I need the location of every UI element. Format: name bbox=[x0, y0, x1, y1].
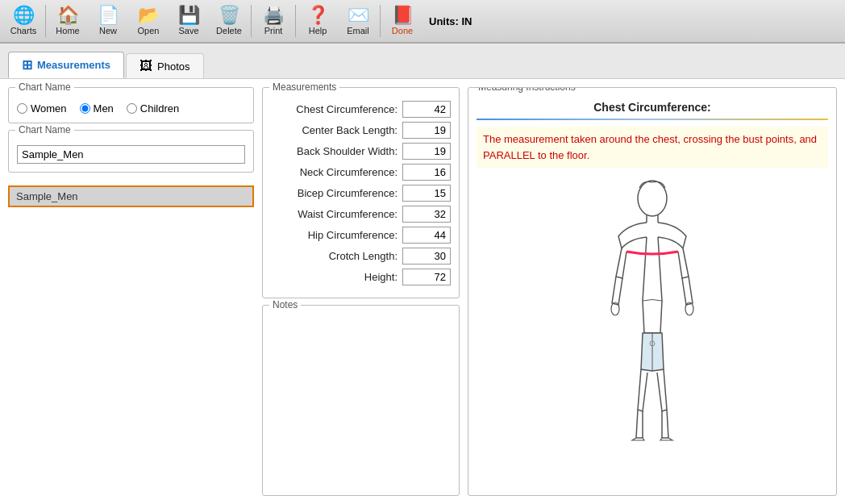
save-button[interactable]: 💾 Save bbox=[169, 3, 209, 39]
meas-input-chest[interactable] bbox=[402, 101, 451, 118]
chart-type-radio-group: Women Men Children bbox=[17, 102, 245, 115]
new-label: New bbox=[99, 26, 117, 35]
photos-tab-icon: 🖼 bbox=[139, 59, 152, 73]
meas-row-height: Height: bbox=[271, 269, 451, 285]
meas-label-crotch: Crotch Length: bbox=[271, 250, 402, 262]
new-button[interactable]: 📄 New bbox=[88, 3, 128, 39]
meas-label-bicep: Bicep Circumference: bbox=[271, 187, 402, 199]
instruction-text-red: The measurement taken around the chest, … bbox=[483, 133, 817, 161]
meas-row-hip: Hip Circumference: bbox=[271, 227, 451, 244]
separator-2 bbox=[251, 5, 252, 37]
notes-box: Notes bbox=[262, 305, 460, 496]
instruction-divider bbox=[477, 119, 828, 120]
radio-children[interactable]: Children bbox=[127, 102, 179, 115]
home-icon: 🏠 bbox=[57, 6, 79, 24]
delete-label: Delete bbox=[216, 26, 242, 35]
measurements-legend: Measurements bbox=[269, 81, 339, 93]
measuring-legend: Measuring Instructions bbox=[475, 87, 579, 93]
delete-icon: 🗑️ bbox=[219, 6, 240, 24]
measurements-tab-label: Measurements bbox=[37, 59, 110, 71]
tabs-bar: ⊞ Measurements 🖼 Photos bbox=[0, 44, 845, 79]
help-label: Help bbox=[309, 26, 327, 35]
home-button[interactable]: 🏠 Home bbox=[48, 3, 88, 39]
radio-men[interactable]: Men bbox=[80, 102, 114, 115]
meas-input-back_shoulder[interactable] bbox=[402, 143, 451, 160]
radio-women-label: Women bbox=[31, 102, 67, 115]
radio-children-label: Children bbox=[140, 102, 179, 115]
instruction-text: The measurement taken around the chest, … bbox=[477, 127, 828, 168]
radio-children-input[interactable] bbox=[127, 103, 137, 114]
body-svg bbox=[572, 176, 733, 442]
done-icon: 📕 bbox=[392, 6, 414, 24]
list-item[interactable]: Sample_Men bbox=[8, 185, 254, 207]
charts-icon: 🌐 bbox=[13, 6, 35, 24]
chart-type-box: Chart Name Women Men Children bbox=[8, 87, 254, 123]
chart-list: Sample_Men bbox=[8, 185, 254, 207]
tab-photos[interactable]: 🖼 Photos bbox=[126, 53, 203, 78]
chart-name-input[interactable] bbox=[17, 145, 245, 164]
body-figure bbox=[477, 176, 828, 442]
radio-men-input[interactable] bbox=[80, 103, 90, 114]
meas-label-waist: Waist Circumference: bbox=[271, 208, 402, 220]
units-label: Units: IN bbox=[429, 15, 472, 27]
open-button[interactable]: 📂 Open bbox=[128, 3, 169, 39]
new-icon: 📄 bbox=[98, 6, 119, 24]
meas-row-waist: Waist Circumference: bbox=[271, 206, 451, 223]
photos-tab-label: Photos bbox=[157, 60, 189, 73]
open-icon: 📂 bbox=[138, 6, 160, 24]
charts-label: Charts bbox=[10, 26, 36, 35]
measurements-fields: Chest Circumference: Center Back Length:… bbox=[271, 101, 451, 285]
measurements-box: Measurements Chest Circumference: Center… bbox=[262, 87, 460, 298]
meas-row-back_shoulder: Back Shoulder Width: bbox=[271, 143, 451, 160]
radio-women-input[interactable] bbox=[17, 103, 27, 114]
open-label: Open bbox=[138, 26, 160, 35]
svg-point-0 bbox=[638, 181, 667, 216]
meas-label-hip: Hip Circumference: bbox=[271, 229, 402, 241]
print-icon: 🖨️ bbox=[263, 6, 285, 24]
separator-4 bbox=[380, 5, 381, 37]
notes-legend: Notes bbox=[269, 299, 301, 310]
meas-label-back_shoulder: Back Shoulder Width: bbox=[271, 145, 402, 157]
radio-women[interactable]: Women bbox=[17, 102, 67, 115]
instruction-title: Chest Circumference: bbox=[477, 101, 828, 114]
meas-input-center_back[interactable] bbox=[402, 122, 451, 139]
meas-row-chest: Chest Circumference: bbox=[271, 101, 451, 118]
separator-3 bbox=[295, 5, 296, 37]
separator-1 bbox=[45, 5, 46, 37]
done-button[interactable]: 📕 Done bbox=[382, 3, 422, 39]
email-button[interactable]: ✉️ Email bbox=[338, 3, 378, 39]
help-icon: ❓ bbox=[307, 6, 329, 24]
email-label: Email bbox=[347, 26, 369, 35]
meas-row-neck: Neck Circumference: bbox=[271, 164, 451, 181]
meas-label-chest: Chest Circumference: bbox=[271, 103, 402, 115]
meas-input-hip[interactable] bbox=[402, 227, 451, 244]
chart-name-legend: Chart Name bbox=[15, 124, 74, 135]
right-panel: Measuring Instructions Chest Circumferen… bbox=[468, 87, 837, 496]
meas-input-neck[interactable] bbox=[402, 164, 451, 181]
radio-men-label: Men bbox=[94, 102, 114, 115]
done-label: Done bbox=[392, 26, 413, 35]
meas-label-neck: Neck Circumference: bbox=[271, 166, 402, 178]
print-button[interactable]: 🖨️ Print bbox=[253, 3, 293, 39]
meas-label-height: Height: bbox=[271, 271, 402, 283]
print-label: Print bbox=[264, 26, 283, 35]
delete-button[interactable]: 🗑️ Delete bbox=[209, 3, 249, 39]
measurements-tab-icon: ⊞ bbox=[22, 57, 32, 73]
save-label: Save bbox=[178, 26, 198, 35]
mid-panel: Measurements Chest Circumference: Center… bbox=[262, 87, 460, 496]
meas-row-bicep: Bicep Circumference: bbox=[271, 185, 451, 202]
notes-textarea[interactable] bbox=[271, 319, 451, 487]
tab-measurements[interactable]: ⊞ Measurements bbox=[8, 52, 124, 78]
meas-input-waist[interactable] bbox=[402, 206, 451, 223]
meas-input-height[interactable] bbox=[402, 269, 451, 285]
home-label: Home bbox=[56, 26, 79, 35]
meas-input-crotch[interactable] bbox=[402, 248, 451, 264]
help-button[interactable]: ❓ Help bbox=[298, 3, 338, 39]
meas-input-bicep[interactable] bbox=[402, 185, 451, 202]
left-panel: Chart Name Women Men Children Chart Name bbox=[8, 87, 254, 496]
charts-button[interactable]: 🌐 Charts bbox=[3, 3, 44, 39]
meas-row-crotch: Crotch Length: bbox=[271, 248, 451, 264]
toolbar: 🌐 Charts 🏠 Home 📄 New 📂 Open 💾 Save 🗑️ D… bbox=[0, 0, 845, 44]
meas-label-center_back: Center Back Length: bbox=[271, 124, 402, 136]
main-content: Chart Name Women Men Children Chart Name bbox=[0, 79, 845, 504]
